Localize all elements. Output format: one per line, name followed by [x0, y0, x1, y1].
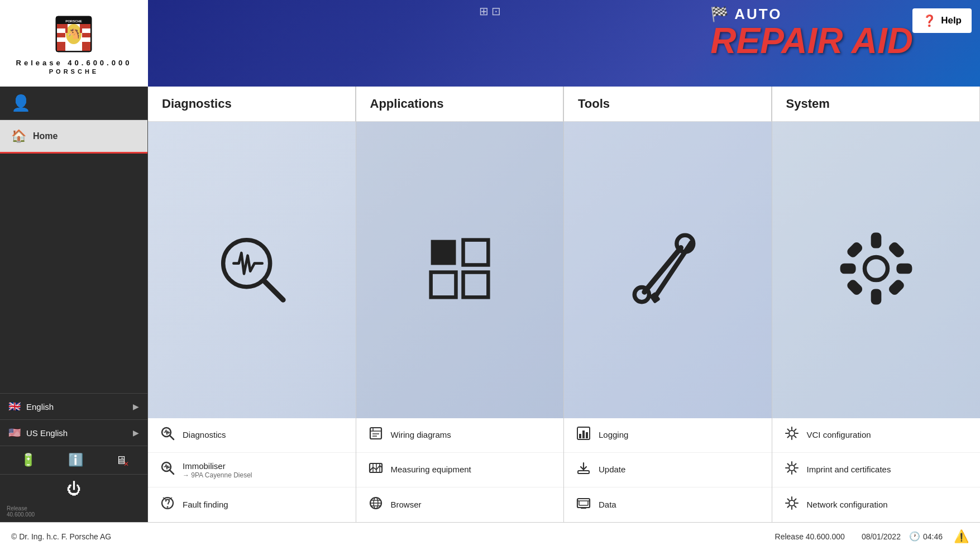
- menu-wiring[interactable]: Wiring diagrams: [356, 418, 564, 453]
- grid-view-icon[interactable]: ⊞ ⊡: [479, 4, 501, 18]
- tools-panel[interactable]: [564, 122, 772, 418]
- menu-imprint[interactable]: Imprint and certificates: [772, 453, 981, 487]
- wiring-icon: [367, 426, 384, 444]
- release-label: Release: [7, 505, 141, 511]
- menu-data[interactable]: Data: [564, 487, 772, 522]
- battery-icon: 🔋: [21, 453, 36, 467]
- menu-browser[interactable]: Browser: [356, 487, 564, 522]
- top-banner: PORSCHE 🐴 Release: [0, 0, 980, 87]
- vci-config-label: VCI configuration: [807, 429, 871, 441]
- svg-line-37: [170, 470, 174, 474]
- svg-rect-33: [890, 281, 902, 294]
- svg-point-69: [789, 500, 795, 506]
- svg-rect-42: [370, 428, 381, 439]
- svg-rect-4: [57, 24, 65, 28]
- diagnostics-menu-col: Diagnostics Immobiliser → 9PA Cayenne Di…: [148, 418, 356, 523]
- svg-rect-18: [431, 272, 456, 298]
- category-panels: Diagnostics: [148, 87, 980, 418]
- svg-rect-29: [898, 266, 910, 272]
- browser-label: Browser: [391, 499, 422, 510]
- porsche-crest-icon: PORSCHE 🐴: [51, 12, 96, 56]
- menu-measuring[interactable]: Measuring equipment: [356, 453, 564, 487]
- logo-area: PORSCHE 🐴 Release: [0, 0, 148, 87]
- sidebar-lang-us-english[interactable]: 🇺🇸 US English ▶: [0, 419, 147, 446]
- user-icon: 👤: [11, 94, 31, 112]
- menu-update[interactable]: Update: [564, 453, 772, 487]
- help-circle-icon: ❓: [922, 14, 936, 27]
- immobiliser-icon: [159, 461, 176, 479]
- svg-point-67: [789, 431, 795, 436]
- brand-area: 🏁 AUTO REPAIR AID: [710, 6, 913, 59]
- diag-icon: [159, 426, 176, 444]
- svg-point-21: [634, 288, 649, 302]
- connection-icon-container[interactable]: 🖥 ✕: [116, 454, 127, 467]
- main-content: Diagnostics: [148, 87, 980, 522]
- tools-column: Tools: [564, 87, 772, 418]
- update-label: Update: [599, 464, 625, 475]
- brand-repair: REPAIR AID: [710, 23, 913, 59]
- menu-vci-config[interactable]: VCI configuration: [772, 418, 981, 453]
- us-english-lang-label: US English: [26, 428, 133, 438]
- tools-icon: [629, 229, 707, 310]
- help-label: Help: [941, 15, 962, 26]
- applications-column: Applications: [356, 87, 565, 418]
- immobiliser-label: Immobiliser: [183, 461, 252, 472]
- svg-line-35: [170, 436, 174, 439]
- diagnostics-panel[interactable]: [148, 122, 356, 418]
- english-lang-label: English: [26, 402, 133, 412]
- svg-rect-57: [579, 434, 581, 438]
- svg-rect-5: [57, 33, 65, 37]
- clock-icon: 🕐: [909, 531, 920, 542]
- applications-panel[interactable]: [356, 122, 564, 418]
- svg-point-68: [789, 465, 795, 471]
- time-text: 04:46: [923, 532, 943, 541]
- menu-rows: Diagnostics Immobiliser → 9PA Cayenne Di…: [148, 418, 980, 523]
- svg-point-25: [864, 257, 887, 280]
- svg-rect-30: [848, 243, 861, 256]
- release-info: Release 40.600.000: [0, 503, 147, 522]
- disconnect-icon: ✕: [123, 460, 129, 468]
- measuring-icon: [367, 461, 384, 479]
- sidebar-status-bar: 🔋 ℹ️ 🖥 ✕: [0, 446, 147, 474]
- help-button[interactable]: ❓ Help: [912, 8, 972, 33]
- menu-logging[interactable]: Logging: [564, 418, 772, 453]
- svg-rect-6: [57, 42, 65, 51]
- svg-rect-59: [586, 432, 588, 438]
- sidebar-user-row[interactable]: 👤: [0, 87, 147, 120]
- info-icon: ℹ️: [68, 453, 83, 467]
- immobiliser-text-group: Immobiliser → 9PA Cayenne Diesel: [183, 461, 252, 480]
- svg-rect-58: [582, 431, 585, 438]
- data-icon: [575, 496, 592, 514]
- data-label: Data: [599, 499, 616, 510]
- diagnostics-column: Diagnostics: [148, 87, 356, 418]
- menu-diagnostics[interactable]: Diagnostics: [148, 418, 356, 453]
- sidebar: 👤 🏠 Home 🇬🇧 English ▶ 🇺🇸 US English ▶: [0, 87, 148, 522]
- tools-svg-icon: [629, 229, 707, 308]
- svg-rect-7: [82, 24, 90, 28]
- network-config-label: Network configuration: [807, 499, 888, 510]
- menu-network-config[interactable]: Network configuration: [772, 487, 981, 522]
- system-header: System: [772, 87, 981, 122]
- release-version: 40.600.000: [7, 511, 141, 518]
- sidebar-lang-english[interactable]: 🇬🇧 English ▶: [0, 393, 147, 419]
- svg-rect-9: [82, 42, 90, 51]
- sidebar-home-item[interactable]: 🏠 Home: [0, 120, 147, 154]
- power-button[interactable]: ⏻: [66, 480, 81, 498]
- applications-svg-icon: [420, 229, 499, 308]
- us-english-arrow-icon: ▶: [133, 428, 139, 437]
- svg-rect-26: [873, 235, 879, 247]
- system-column: System: [772, 87, 981, 418]
- svg-rect-8: [82, 33, 90, 37]
- svg-text:PORSCHE: PORSCHE: [66, 20, 83, 23]
- sidebar-power-area: ⏻: [0, 474, 147, 503]
- system-panel[interactable]: [772, 122, 981, 418]
- middle-section: 👤 🏠 Home 🇬🇧 English ▶ 🇺🇸 US English ▶: [0, 87, 980, 522]
- menu-fault-finding[interactable]: Fault finding: [148, 487, 356, 522]
- porsche-logo: PORSCHE 🐴 Release: [16, 12, 132, 75]
- svg-rect-63: [579, 501, 588, 505]
- home-icon: 🏠: [11, 129, 26, 144]
- menu-immobiliser[interactable]: Immobiliser → 9PA Cayenne Diesel: [148, 453, 356, 488]
- english-arrow-icon: ▶: [133, 402, 139, 411]
- wiring-label: Wiring diagrams: [391, 429, 451, 441]
- copyright-text: © Dr. Ing. h.c. F. Porsche AG: [11, 532, 775, 541]
